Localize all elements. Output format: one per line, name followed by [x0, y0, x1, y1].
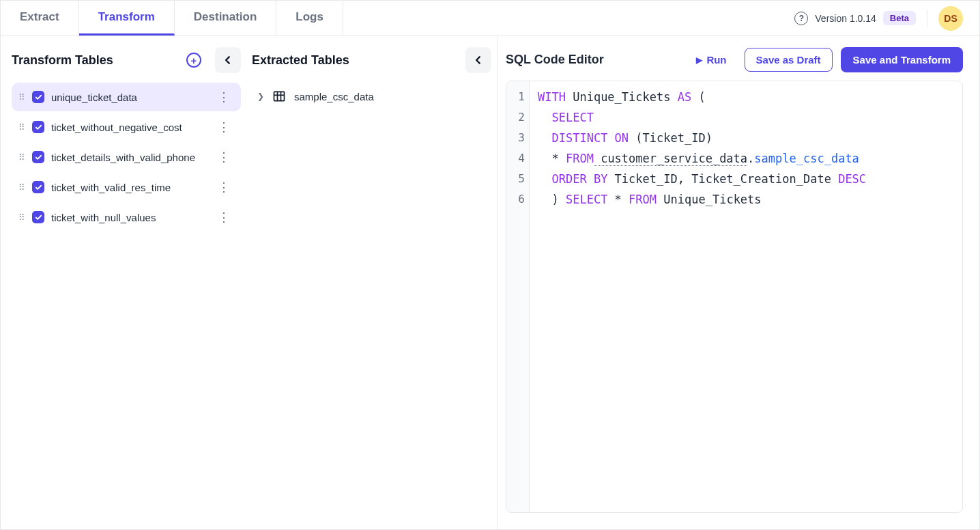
chevron-left-icon — [223, 55, 233, 65]
extracted-table-list: ❯sample_csc_data — [252, 83, 491, 110]
tab-logs[interactable]: Logs — [276, 1, 343, 36]
tab-transform[interactable]: Transform — [79, 1, 175, 36]
collapse-extracted-panel-button[interactable] — [465, 47, 491, 73]
header-right: ? Version 1.0.14 Beta DS — [794, 6, 979, 31]
table-name: ticket_with_valid_res_time — [51, 182, 171, 193]
sql-editor-panel: SQL Code Editor ▶ Run Save as Draft Save… — [498, 36, 979, 529]
code-editor[interactable]: 123456 WITH Unique_Tickets AS ( SELECT D… — [506, 81, 963, 513]
checkbox[interactable] — [32, 151, 44, 163]
drag-handle-icon[interactable]: ⠿ — [18, 123, 25, 132]
tab-extract[interactable]: Extract — [1, 1, 79, 36]
add-table-button[interactable]: + — [186, 53, 201, 68]
sql-editor-title: SQL Code Editor — [506, 53, 604, 67]
kebab-menu-icon[interactable]: ⋮ — [214, 180, 234, 195]
checkbox[interactable] — [32, 121, 44, 133]
table-name: ticket_details_with_valid_phone — [51, 152, 195, 163]
drag-handle-icon[interactable]: ⠿ — [18, 183, 25, 192]
extracted-tables-title: Extracted Tables — [252, 53, 349, 68]
tabs: ExtractTransformDestinationLogs — [1, 1, 343, 36]
drag-handle-icon[interactable]: ⠿ — [18, 153, 25, 162]
transform-tables-title: Transform Tables — [12, 53, 113, 68]
kebab-menu-icon[interactable]: ⋮ — [214, 120, 234, 135]
transform-table-list: ⠿unique_ticket_data⋮⠿ticket_without_nega… — [12, 83, 241, 232]
checkbox[interactable] — [32, 181, 44, 193]
version-label: Version 1.0.14 — [815, 13, 876, 24]
checkbox[interactable] — [32, 91, 44, 103]
transform-table-item[interactable]: ⠿ticket_with_null_values⋮ — [12, 203, 241, 232]
drag-handle-icon[interactable]: ⠿ — [18, 93, 25, 102]
top-bar: ExtractTransformDestinationLogs ? Versio… — [1, 1, 979, 36]
code-area[interactable]: WITH Unique_Tickets AS ( SELECT DISTINCT… — [530, 81, 962, 512]
collapse-transform-panel-button[interactable] — [215, 47, 241, 73]
table-icon — [272, 89, 286, 103]
table-name: unique_ticket_data — [51, 92, 137, 103]
transform-table-item[interactable]: ⠿ticket_without_negative_cost⋮ — [12, 113, 241, 141]
transform-tables-panel: Transform Tables + ⠿unique_ticket_data⋮⠿… — [1, 36, 246, 529]
kebab-menu-icon[interactable]: ⋮ — [214, 89, 234, 104]
extracted-table-name: sample_csc_data — [294, 91, 374, 102]
kebab-menu-icon[interactable]: ⋮ — [214, 210, 234, 225]
extracted-tables-panel: Extracted Tables ❯sample_csc_data — [246, 36, 498, 529]
divider — [927, 10, 927, 27]
save-transform-button[interactable]: Save and Transform — [841, 47, 963, 72]
extracted-table-item[interactable]: ❯sample_csc_data — [252, 83, 491, 110]
save-draft-button[interactable]: Save as Draft — [745, 48, 833, 72]
help-icon[interactable]: ? — [794, 12, 808, 25]
avatar[interactable]: DS — [938, 6, 963, 31]
tab-destination[interactable]: Destination — [175, 1, 277, 36]
table-name: ticket_with_null_values — [51, 212, 156, 223]
beta-badge: Beta — [883, 11, 916, 25]
transform-table-item[interactable]: ⠿ticket_details_with_valid_phone⋮ — [12, 143, 241, 171]
run-button[interactable]: ▶ Run — [687, 48, 736, 71]
line-gutter: 123456 — [506, 81, 530, 512]
chevron-right-icon[interactable]: ❯ — [257, 92, 264, 101]
table-name: ticket_without_negative_cost — [51, 122, 182, 133]
checkbox[interactable] — [32, 211, 44, 223]
drag-handle-icon[interactable]: ⠿ — [18, 213, 25, 222]
svg-rect-0 — [274, 92, 285, 100]
transform-table-item[interactable]: ⠿ticket_with_valid_res_time⋮ — [12, 173, 241, 201]
play-icon: ▶ — [696, 55, 702, 65]
kebab-menu-icon[interactable]: ⋮ — [214, 150, 234, 165]
chevron-left-icon — [474, 55, 483, 65]
transform-table-item[interactable]: ⠿unique_ticket_data⋮ — [12, 83, 241, 111]
